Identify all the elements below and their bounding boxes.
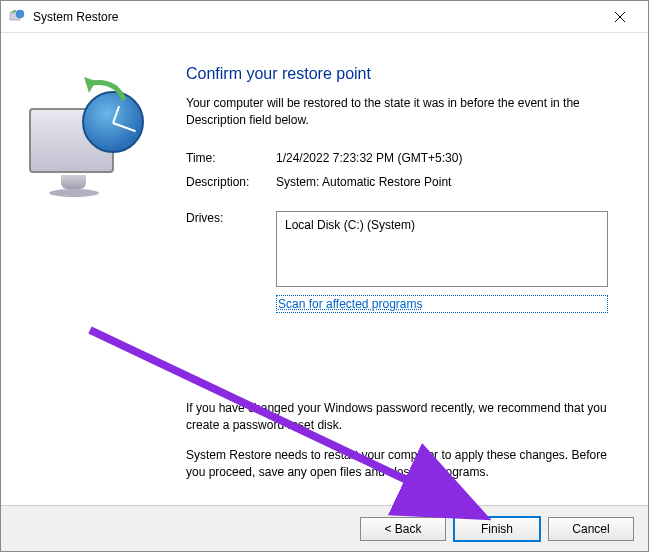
page-heading: Confirm your restore point xyxy=(186,65,608,83)
restart-notice: System Restore needs to restart your com… xyxy=(186,447,608,481)
button-footer: < Back Finish Cancel xyxy=(1,505,648,551)
restore-illustration xyxy=(19,83,149,193)
description-value: System: Automatic Restore Point xyxy=(276,175,608,189)
drive-item: Local Disk (C:) (System) xyxy=(285,218,415,232)
password-notice: If you have changed your Windows passwor… xyxy=(186,400,608,434)
svg-point-1 xyxy=(16,10,24,18)
close-button[interactable] xyxy=(600,3,640,31)
finish-button[interactable]: Finish xyxy=(454,517,540,541)
time-value: 1/24/2022 7:23:32 PM (GMT+5:30) xyxy=(276,151,608,165)
drives-row: Drives: Local Disk (C:) (System) xyxy=(186,211,608,287)
time-row: Time: 1/24/2022 7:23:32 PM (GMT+5:30) xyxy=(186,151,608,165)
page-subtitle: Your computer will be restored to the st… xyxy=(186,95,608,129)
restore-arrow-icon xyxy=(74,75,134,115)
app-icon xyxy=(9,9,25,25)
drives-label: Drives: xyxy=(186,211,276,225)
content-pane: Confirm your restore point Your computer… xyxy=(166,33,648,505)
time-label: Time: xyxy=(186,151,276,165)
description-row: Description: System: Automatic Restore P… xyxy=(186,175,608,189)
system-restore-window: System Restore Confirm your restore poin… xyxy=(0,0,649,552)
cancel-button[interactable]: Cancel xyxy=(548,517,634,541)
scan-affected-link[interactable]: Scan for affected programs xyxy=(276,295,608,313)
drives-list[interactable]: Local Disk (C:) (System) xyxy=(276,211,608,287)
sidebar xyxy=(1,33,166,505)
back-button[interactable]: < Back xyxy=(360,517,446,541)
window-title: System Restore xyxy=(33,10,600,24)
dialog-body: Confirm your restore point Your computer… xyxy=(1,33,648,505)
description-label: Description: xyxy=(186,175,276,189)
titlebar: System Restore xyxy=(1,1,648,33)
